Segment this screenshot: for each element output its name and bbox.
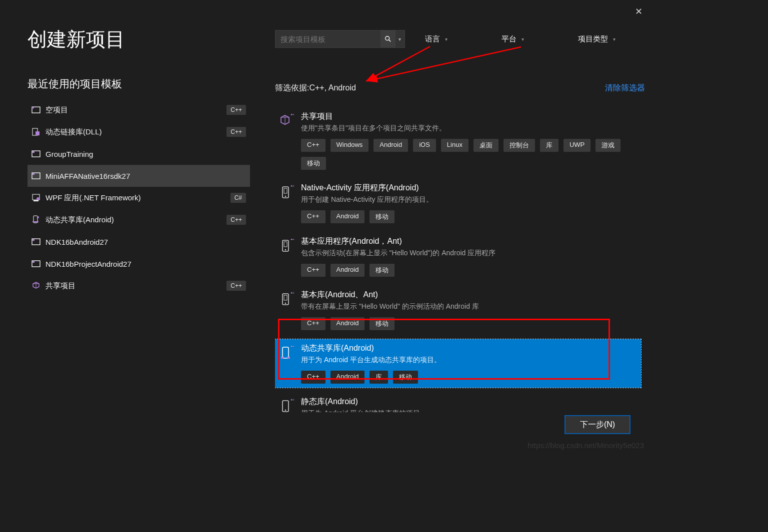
svg-rect-29 [284,295,287,300]
template-tag: 库 [370,371,388,384]
recent-template-item[interactable]: NDK16bProjectAndroid27 [28,253,250,275]
chevron-down-icon: ▾ [445,36,448,42]
search-icon[interactable] [380,30,396,47]
recent-template-label: 空项目 [46,105,226,115]
svg-point-22 [285,196,286,197]
template-tag: Android [330,317,365,330]
project-template-item[interactable]: ++静态库(Android)用于为 Android 平台创建静态库的项目C++A… [275,393,641,412]
recent-template-label: NDK16bAndroid27 [46,238,246,246]
svg-rect-3 [36,131,40,135]
template-icon [32,105,40,114]
project-template-item[interactable]: ++Native-Activity 应用程序(Android)用于创建 Nati… [275,179,641,227]
recent-template-item[interactable]: WPF 应用(.NET Framework)C# [28,187,250,209]
language-badge: C++ [226,215,246,225]
template-title: Native-Activity 应用程序(Android) [301,183,636,193]
recent-template-item[interactable]: 共享项目C++ [28,275,250,297]
svg-rect-5 [32,151,34,153]
template-tag: C++ [301,371,326,384]
template-description: 带有在屏幕上显示 "Hello World" 的示例活动的 Android 库 [301,302,636,311]
template-tag: UWP [564,139,590,152]
template-icon [32,237,40,246]
svg-point-35 [285,410,286,411]
filter-summary: 筛选依据:C++, Android [275,83,356,93]
watermark: https://blog.csdn.net/Minority5e023 [528,441,644,450]
template-icon [32,215,40,224]
template-icon [32,281,40,290]
svg-rect-32 [282,347,288,358]
svg-text:++: ++ [290,112,294,117]
svg-line-18 [389,40,391,42]
template-description: 包含示例活动(在屏幕上显示 "Hello World")的 Android 应用… [301,249,636,258]
template-icon [32,149,40,158]
svg-rect-1 [32,107,34,108]
svg-text:++: ++ [290,398,294,402]
svg-rect-21 [284,188,287,193]
recent-template-item[interactable]: 动态链接库(DLL)C++ [28,121,250,143]
close-icon[interactable]: ✕ [634,7,643,16]
recent-template-label: MiniAFFANative16rsdk27 [46,172,246,180]
template-description: 用于为 Android 平台创建静态库的项目 [301,409,636,412]
next-button[interactable]: 下一步(N) [565,416,630,434]
template-tag: 库 [540,139,558,152]
template-icon: ++ [280,344,294,362]
template-tag: 移动 [370,264,394,277]
svg-rect-14 [32,239,34,241]
template-tag: C++ [301,139,326,152]
project-template-item[interactable]: ++动态共享库(Android)用于为 Android 平台生成动态共享库的项目… [275,339,641,388]
project-type-dropdown[interactable]: 项目类型 ▾ [578,34,616,44]
template-title: 基本应用程序(Android，Ant) [301,236,636,247]
recent-template-label: NDK16bProjectAndroid27 [46,260,246,268]
template-tag: 移动 [370,317,394,330]
recent-template-label: 动态共享库(Android) [46,215,226,225]
svg-rect-7 [32,173,34,175]
project-template-item[interactable]: ++基本应用程序(Android，Ant)包含示例活动(在屏幕上显示 "Hell… [275,232,641,281]
template-tag: 移动 [370,210,394,223]
template-icon [32,259,40,268]
template-icon: ++ [280,112,294,130]
template-title: 基本库(Android、Ant) [301,290,636,300]
language-badge: C# [230,193,246,203]
svg-text:++: ++ [290,344,294,349]
page-title: 创建新项目 [28,26,250,53]
language-dropdown-label: 语言 [425,34,440,44]
search-templates[interactable]: ▾ [275,30,405,48]
svg-rect-16 [32,261,34,263]
template-tag: Android [330,264,365,277]
recent-template-item[interactable]: 动态共享库(Android)C++ [28,209,250,231]
chevron-down-icon: ▾ [613,36,616,42]
project-template-item[interactable]: ++共享项目使用"共享条目"项目在多个项目之间共享文件。C++WindowsAn… [275,107,641,174]
template-tag: 游戏 [596,139,620,152]
search-dropdown-icon[interactable]: ▾ [396,30,404,47]
recent-template-label: 共享项目 [46,281,226,291]
recent-template-item[interactable]: GroupTraining [28,143,250,165]
template-tag: iOS [413,139,436,152]
language-dropdown[interactable]: 语言 ▾ [425,34,448,44]
template-icon [32,193,40,202]
recent-template-item[interactable]: NDK16bAndroid27 [28,231,250,253]
svg-point-26 [285,249,286,251]
recent-template-item[interactable]: MiniAFFANative16rsdk27 [28,165,250,187]
clear-filters-link[interactable]: 清除筛选器 [605,83,645,93]
template-tag: 移动 [301,157,326,170]
recent-template-label: 动态链接库(DLL) [46,127,226,137]
platform-dropdown[interactable]: 平台 ▾ [502,34,524,44]
template-tag: Linux [441,139,468,152]
template-tag: 移动 [393,371,418,384]
search-input[interactable] [276,35,380,43]
template-title: 动态共享库(Android) [301,343,636,354]
template-tag: 桌面 [474,139,498,152]
svg-text:++: ++ [290,184,294,188]
template-icon: ++ [280,237,294,255]
svg-text:++: ++ [290,291,294,295]
project-template-item[interactable]: ++基本库(Android、Ant)带有在屏幕上显示 "Hello World"… [275,286,641,334]
svg-point-30 [285,303,286,304]
language-badge: C++ [226,127,246,137]
project-type-dropdown-label: 项目类型 [578,34,608,44]
recent-template-label: GroupTraining [46,150,246,158]
svg-text:++: ++ [290,237,294,242]
recent-template-item[interactable]: 空项目C++ [28,99,250,121]
template-icon: ++ [280,184,294,202]
template-description: 用于为 Android 平台生成动态共享库的项目。 [301,356,636,365]
svg-point-10 [36,197,40,200]
language-badge: C++ [226,105,246,115]
